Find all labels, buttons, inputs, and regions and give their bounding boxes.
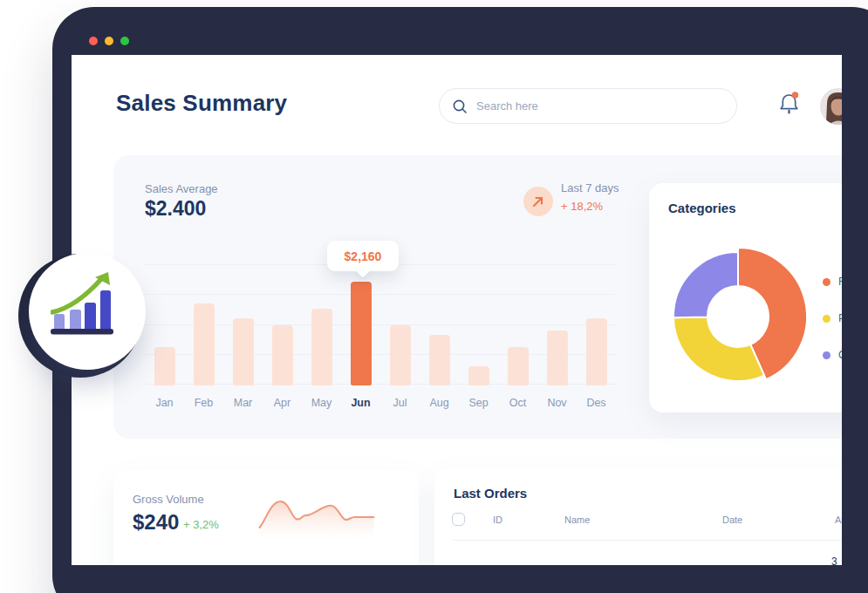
close-window-button[interactable] xyxy=(89,37,98,45)
bar-column[interactable] xyxy=(223,264,263,385)
minimize-window-button[interactable] xyxy=(105,37,113,45)
last-orders-title: Last Orders xyxy=(454,486,527,501)
bar-column[interactable] xyxy=(145,264,184,385)
column-header-date: Date xyxy=(722,515,742,525)
month-label: Apr xyxy=(263,397,302,409)
month-label: Jul xyxy=(380,397,420,409)
bar-column[interactable] xyxy=(341,264,380,385)
month-label: Mar xyxy=(223,397,263,409)
legend-label: O xyxy=(838,349,842,361)
gross-volume-change: + 3,2% xyxy=(183,518,219,531)
notification-dot xyxy=(792,92,798,98)
bar-des[interactable] xyxy=(586,318,607,385)
column-header-name: Name xyxy=(564,515,590,525)
gross-volume-value: $240 xyxy=(133,510,179,535)
month-label: Aug xyxy=(420,397,459,409)
bar-apr[interactable] xyxy=(272,325,293,385)
column-header-am: Am xyxy=(835,515,842,525)
last-orders-card: Last Orders IDNameDateAm 3 xyxy=(434,468,842,565)
notification-bell-icon[interactable] xyxy=(777,91,801,118)
month-label: Jun xyxy=(341,397,380,409)
categories-title: Categories xyxy=(668,201,736,215)
bar-sep[interactable] xyxy=(468,366,489,385)
bar-oct[interactable] xyxy=(508,347,529,385)
bar-chart-bars xyxy=(145,264,616,385)
bar-mar[interactable] xyxy=(233,318,254,385)
gross-volume-sparkline xyxy=(258,494,375,540)
bar-nov[interactable] xyxy=(547,331,568,385)
dashboard-page: Sales Summary xyxy=(72,55,842,565)
month-label: Feb xyxy=(184,397,223,409)
month-label: Oct xyxy=(498,397,537,409)
bar-chart-months: JanFebMarAprMayJunJulAugSepOctNovDes xyxy=(145,397,616,409)
bar-jul[interactable] xyxy=(390,325,411,385)
legend-item: Fu xyxy=(823,276,842,288)
bar-tooltip: $2,160 xyxy=(327,241,399,271)
sales-average-label: Sales Average xyxy=(145,182,218,195)
legend-label: Fu xyxy=(838,276,842,288)
trend-up-icon xyxy=(523,187,553,216)
orders-row-partial-cell: 3 xyxy=(831,556,837,565)
search-input[interactable] xyxy=(476,99,724,112)
orders-header-row: IDNameDateAm xyxy=(452,512,842,529)
bar-column[interactable] xyxy=(459,264,498,385)
legend-dot xyxy=(823,351,830,359)
search-bar[interactable] xyxy=(439,88,737,124)
user-avatar[interactable] xyxy=(820,88,842,125)
categories-donut-chart xyxy=(664,242,812,391)
bar-aug[interactable] xyxy=(429,335,450,385)
legend-label: Pr xyxy=(838,312,842,324)
categories-legend: FuPrO xyxy=(823,276,842,361)
gross-volume-card: Gross Volume $240 + 3,2% xyxy=(113,470,419,565)
month-label: Nov xyxy=(537,397,577,409)
bar-feb[interactable] xyxy=(194,303,215,385)
column-header-id: ID xyxy=(493,515,502,525)
bar-column[interactable] xyxy=(263,264,302,385)
legend-item: Pr xyxy=(823,312,842,324)
month-label: Jan xyxy=(145,397,184,409)
bar-tooltip-value: $2,160 xyxy=(345,249,382,263)
orders-header-divider xyxy=(452,540,842,541)
search-icon xyxy=(452,99,468,114)
bar-column[interactable] xyxy=(498,264,537,385)
legend-dot xyxy=(823,278,830,286)
maximize-window-button[interactable] xyxy=(120,37,129,45)
legend-item: O xyxy=(823,349,842,361)
month-label: May xyxy=(302,397,341,409)
sales-average-value: $2.400 xyxy=(145,197,206,221)
bar-column[interactable] xyxy=(577,264,616,385)
bar-may[interactable] xyxy=(311,309,332,385)
screenshot-canvas: Sales Summary xyxy=(0,0,868,593)
bar-jan[interactable] xyxy=(154,347,175,385)
bar-jun[interactable] xyxy=(351,282,372,385)
growth-bar-chart-icon xyxy=(51,270,115,335)
bar-column[interactable] xyxy=(380,264,420,385)
window-controls xyxy=(89,37,129,45)
legend-dot xyxy=(823,315,830,323)
growth-chart-logo-badge xyxy=(29,253,146,370)
bar-column[interactable] xyxy=(184,264,223,385)
page-title: Sales Summary xyxy=(116,90,287,117)
bar-column[interactable] xyxy=(420,264,459,385)
sales-bar-chart xyxy=(145,264,616,385)
bar-column[interactable] xyxy=(302,264,341,385)
trend-change-value: + 18,2% xyxy=(561,200,603,213)
month-label: Sep xyxy=(459,397,498,409)
categories-card: Categories FuPrO xyxy=(649,183,842,412)
bar-column[interactable] xyxy=(537,264,577,385)
browser-frame: Sales Summary xyxy=(52,7,868,593)
gross-volume-label: Gross Volume xyxy=(133,493,204,506)
trend-period-label: Last 7 days xyxy=(561,181,619,194)
select-all-checkbox[interactable] xyxy=(452,513,465,526)
month-label: Des xyxy=(577,397,616,409)
